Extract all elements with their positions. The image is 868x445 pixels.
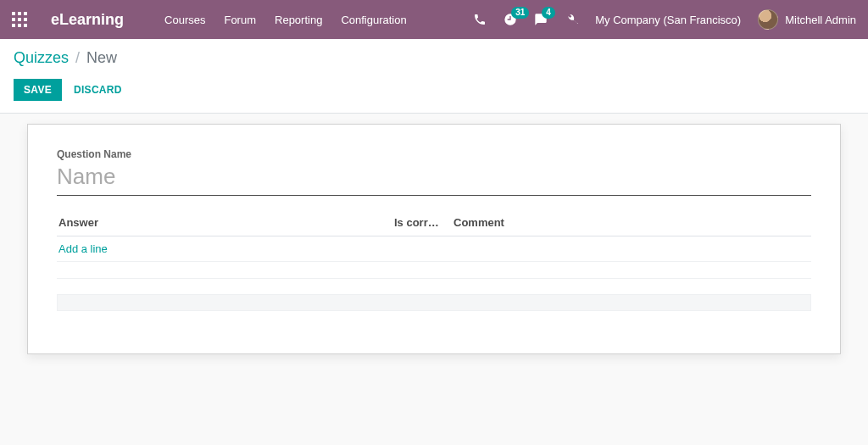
main-menu: Courses Forum Reporting Configuration	[164, 14, 407, 26]
menu-configuration[interactable]: Configuration	[341, 14, 406, 26]
table-row: Add a line	[57, 236, 811, 262]
brand-title[interactable]: eLearning	[51, 11, 124, 29]
col-comment[interactable]: Comment	[453, 216, 810, 229]
form-sheet: Question Name Answer Is corr… Comment Ad…	[27, 124, 841, 354]
col-answer[interactable]: Answer	[58, 216, 394, 229]
messages-badge: 4	[542, 7, 555, 19]
table-row-empty	[57, 262, 811, 279]
apps-icon[interactable]	[12, 12, 27, 27]
sheet-background: Question Name Answer Is corr… Comment Ad…	[0, 114, 868, 445]
avatar	[758, 9, 778, 30]
breadcrumb: Quizzes / New	[14, 49, 854, 67]
menu-forum[interactable]: Forum	[224, 14, 256, 26]
add-line-link[interactable]: Add a line	[58, 242, 108, 255]
tools-icon[interactable]	[565, 13, 578, 26]
top-navbar: eLearning Courses Forum Reporting Config…	[0, 0, 868, 39]
menu-reporting[interactable]: Reporting	[275, 14, 322, 26]
question-name-label: Question Name	[57, 148, 811, 160]
answers-table: Answer Is corr… Comment Add a line	[57, 211, 811, 311]
breadcrumb-sep: /	[75, 49, 80, 67]
activities-icon[interactable]: 31	[504, 13, 517, 26]
question-name-input[interactable]	[57, 162, 811, 196]
activities-badge: 31	[511, 7, 529, 19]
menu-courses[interactable]: Courses	[164, 14, 205, 26]
col-is-correct[interactable]: Is corr…	[394, 216, 453, 229]
answers-header: Answer Is corr… Comment	[57, 211, 811, 236]
control-panel: Quizzes / New SAVE DISCARD	[0, 39, 868, 114]
phone-icon[interactable]	[473, 13, 487, 26]
breadcrumb-current: New	[86, 49, 117, 67]
breadcrumb-parent[interactable]: Quizzes	[14, 49, 69, 67]
save-button[interactable]: SAVE	[14, 79, 62, 101]
user-name: Mitchell Admin	[785, 14, 856, 26]
table-footer-block	[57, 294, 811, 311]
company-switch[interactable]: My Company (San Francisco)	[595, 14, 741, 26]
discard-button[interactable]: DISCARD	[74, 84, 122, 96]
messages-icon[interactable]: 4	[534, 13, 548, 26]
user-menu[interactable]: Mitchell Admin	[758, 9, 856, 30]
